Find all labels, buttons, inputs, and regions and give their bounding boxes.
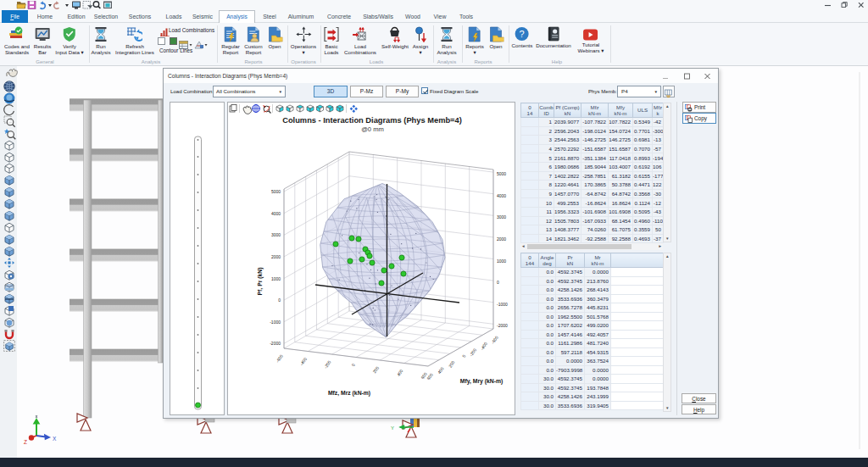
svg-text:-200: -200 <box>323 359 332 370</box>
svg-text:0: 0 <box>461 353 467 359</box>
svg-text:-200: -200 <box>468 347 477 358</box>
svg-text:1000: 1000 <box>271 276 281 281</box>
svg-text:Mfy, Mry (kN-m): Mfy, Mry (kN-m) <box>460 378 503 385</box>
svg-text:600: 600 <box>426 372 434 381</box>
svg-text:X: X <box>53 436 57 442</box>
svg-text:-600: -600 <box>490 335 499 345</box>
svg-text:Pf, Pr (kN): Pf, Pr (kN) <box>257 268 264 296</box>
svg-text:-400: -400 <box>298 356 308 366</box>
svg-text:4000: 4000 <box>271 211 281 216</box>
svg-text:Columns - Interaction Diagrams: Columns - Interaction Diagrams (Phys Mem… <box>282 116 462 125</box>
svg-text:4000: 4000 <box>497 193 506 198</box>
svg-text:5000: 5000 <box>271 189 281 194</box>
svg-text:2000: 2000 <box>271 254 281 259</box>
svg-text:0: 0 <box>350 362 356 367</box>
svg-text:400: 400 <box>396 368 404 376</box>
svg-text:-1000: -1000 <box>270 320 281 325</box>
svg-text:-2000: -2000 <box>270 341 281 346</box>
svg-text:Y: Y <box>391 425 394 431</box>
svg-text:400: 400 <box>437 366 445 375</box>
svg-text:3000: 3000 <box>497 214 506 220</box>
svg-text:3000: 3000 <box>271 232 281 237</box>
svg-text:200: 200 <box>448 359 456 368</box>
svg-text:-600: -600 <box>275 353 284 364</box>
svg-text:-400: -400 <box>479 341 488 351</box>
svg-text:?: ? <box>520 29 525 39</box>
svg-text:5000: 5000 <box>497 171 506 176</box>
svg-text:2000: 2000 <box>497 236 506 242</box>
svg-text:0: 0 <box>497 280 499 285</box>
svg-text:-1000: -1000 <box>497 302 508 307</box>
svg-text:-2000: -2000 <box>497 323 508 328</box>
svg-text:@0 mm: @0 mm <box>361 125 384 133</box>
svg-text:200: 200 <box>371 365 380 374</box>
svg-text:1000: 1000 <box>497 259 506 264</box>
svg-text:Mfz, Mrz (kN-m): Mfz, Mrz (kN-m) <box>328 390 370 397</box>
svg-text:Z: Z <box>24 439 27 445</box>
svg-text:0: 0 <box>278 297 281 303</box>
